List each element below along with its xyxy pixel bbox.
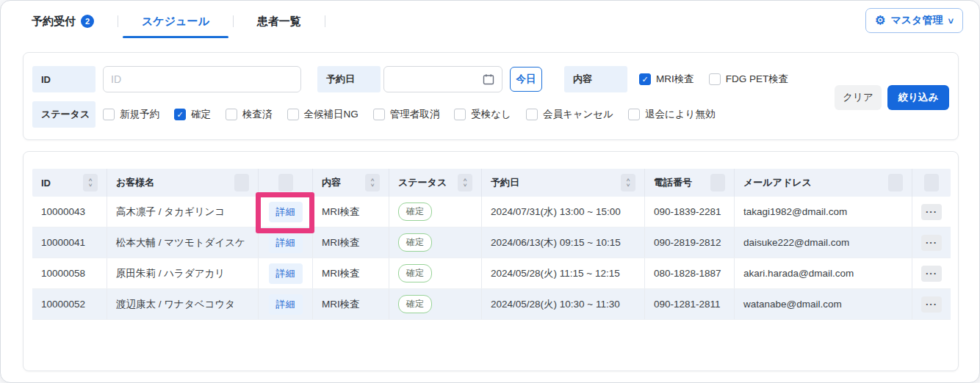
sort-icon[interactable]: ˄ ˅ — [621, 174, 635, 192]
cell-reservation-date: 2024/06/13(木) 09:15 ~ 10:15 — [482, 227, 645, 258]
column-header: ステータス ˄ ˅ — [389, 169, 482, 197]
master-management-button[interactable]: ⚙ マスタ管理 ˅ — [865, 8, 963, 33]
tab-patient-list[interactable]: 患者一覧 — [238, 4, 320, 38]
checkbox-icon — [226, 109, 237, 120]
table-row[interactable]: 10000058 原田朱莉 / ハラダアカリ 詳細 MRI検査 確定 2024/… — [32, 258, 951, 289]
detail-button[interactable]: 詳細 — [269, 233, 303, 253]
cell-detail: 詳細 — [259, 197, 313, 227]
apply-filter-button[interactable]: 絞り込み — [887, 85, 949, 110]
filter-checkbox[interactable]: 確定 — [174, 108, 211, 121]
table-row[interactable]: 10000043 高木凛子 / タカギリンコ 詳細 MRI検査 確定 2024/… — [32, 197, 951, 227]
sort-icon[interactable]: ˄ ˅ — [365, 174, 380, 192]
tab-schedule[interactable]: スケジュール — [123, 4, 228, 38]
checkbox-label: 管理者取消 — [390, 108, 440, 121]
filter-checkbox[interactable]: 新規予約 — [103, 108, 159, 121]
filter-checkbox[interactable]: 受検なし — [454, 108, 511, 121]
reservation-date-input[interactable] — [383, 66, 502, 92]
column-header — [912, 169, 951, 197]
checkbox-label: 全候補日NG — [304, 108, 359, 121]
id-filter-input[interactable] — [103, 66, 301, 92]
status-checkbox-group: 新規予約 確定 検査済 全候補日NG 管理者取消 受検なし 会員キャンセル 退会… — [103, 101, 715, 128]
cell-content: MRI検査 — [313, 289, 389, 319]
filter-checkbox[interactable]: 退会により無効 — [628, 108, 715, 121]
tab-reservation-intake[interactable]: 予約受付 2 — [32, 4, 113, 38]
today-button[interactable]: 今日 — [510, 67, 542, 92]
cell-status: 確定 — [389, 258, 482, 288]
cell-detail: 詳細 — [259, 227, 313, 258]
gear-icon: ⚙ — [875, 15, 885, 26]
filter-checkbox[interactable]: 検査済 — [226, 108, 273, 121]
cell-phone: 080-1828-1887 — [645, 258, 735, 288]
column-header: お客様名 — [107, 169, 259, 197]
checkbox-label: 新規予約 — [120, 108, 159, 121]
cell-email: watanabe@dmail.com — [735, 289, 912, 319]
cell-id: 10000058 — [32, 258, 107, 288]
checkbox-label: 受検なし — [471, 108, 511, 121]
sort-down-icon: ˅ — [627, 183, 630, 188]
detail-button[interactable]: 詳細 — [269, 294, 303, 315]
detail-button[interactable]: 詳細 — [269, 263, 303, 284]
cell-status: 確定 — [389, 289, 482, 319]
sort-icon[interactable] — [710, 174, 725, 192]
column-header-label: メールアドレス — [743, 176, 812, 189]
cell-email: daisuke222@dmail.com — [735, 227, 912, 258]
column-header — [259, 169, 313, 197]
sort-icon[interactable] — [888, 174, 903, 192]
cell-customer-name: 高木凛子 / タカギリンコ — [107, 197, 259, 227]
ellipsis-icon: ··· — [926, 206, 937, 217]
more-actions-button[interactable]: ··· — [921, 266, 942, 282]
cell-status: 確定 — [389, 197, 482, 227]
cell-reservation-date: 2024/05/28(火) 10:30 ~ 11:30 — [482, 289, 645, 319]
cell-actions: ··· — [912, 227, 951, 258]
app-window: 予約受付 2 スケジュール 患者一覧 ⚙ マスタ管理 ˅ ID 予約日 — [0, 0, 980, 383]
checkbox-icon — [373, 109, 385, 120]
nav-divider — [325, 15, 325, 27]
cell-customer-name: 原田朱莉 / ハラダアカリ — [107, 258, 259, 288]
column-header-label: ID — [41, 178, 51, 189]
filter-checkbox[interactable]: 管理者取消 — [373, 108, 440, 121]
cell-reservation-date: 2024/07/31(水) 13:00 ~ 15:00 — [482, 197, 645, 227]
cell-customer-name: 松本大輔 / マツモトダイスケ — [107, 227, 259, 258]
sort-down-icon: ˅ — [371, 183, 375, 188]
nav-divider — [233, 15, 234, 27]
cell-phone: 090-2819-2812 — [645, 227, 735, 258]
cell-reservation-date: 2024/05/28(火) 11:15 ~ 12:15 — [482, 258, 645, 288]
table-body: 10000043 高木凛子 / タカギリンコ 詳細 MRI検査 確定 2024/… — [32, 197, 951, 320]
more-actions-button[interactable]: ··· — [921, 204, 942, 220]
cell-content: MRI検査 — [313, 197, 389, 227]
tab-label: スケジュール — [142, 15, 209, 29]
table-row[interactable]: 10000052 渡辺康太 / ワナタベコウタ 詳細 MRI検査 確定 2024… — [32, 289, 951, 320]
checkbox-icon — [628, 109, 640, 120]
sort-icon[interactable] — [234, 174, 249, 192]
detail-button[interactable]: 詳細 — [269, 202, 303, 222]
tab-label: 患者一覧 — [257, 15, 301, 29]
filter-checkbox[interactable]: 全候補日NG — [287, 108, 359, 121]
checkbox-label: 検査済 — [242, 108, 273, 121]
ellipsis-icon: ··· — [926, 237, 937, 248]
more-actions-button[interactable]: ··· — [921, 296, 942, 313]
cell-email: takagi1982@dmail.com — [735, 197, 912, 227]
column-header-label: 内容 — [322, 176, 341, 189]
table-row[interactable]: 10000041 松本大輔 / マツモトダイスケ 詳細 MRI検査 確定 202… — [32, 227, 951, 258]
more-actions-button[interactable]: ··· — [921, 235, 942, 251]
status-badge: 確定 — [398, 203, 432, 221]
sort-icon[interactable]: ˄ ˅ — [83, 174, 98, 192]
cell-content: MRI検査 — [313, 258, 389, 288]
cell-email: akari.harada@dmail.com — [735, 258, 912, 288]
clear-button[interactable]: クリア — [835, 85, 882, 110]
filter-checkbox[interactable]: MRI検査 — [639, 73, 694, 86]
cell-actions: ··· — [912, 258, 951, 288]
sort-icon[interactable] — [278, 174, 293, 192]
content-filter-label: 内容 — [564, 66, 627, 92]
ellipsis-icon: ··· — [926, 299, 937, 310]
column-header: メールアドレス — [735, 169, 912, 197]
filter-checkbox[interactable]: FDG PET検査 — [709, 73, 789, 86]
filter-checkbox[interactable]: 会員キャンセル — [526, 108, 613, 121]
checkbox-icon — [454, 109, 466, 120]
sort-icon[interactable]: ˄ ˅ — [458, 174, 472, 192]
cell-content: MRI検査 — [313, 227, 389, 258]
notification-badge: 2 — [81, 15, 94, 28]
master-management-label: マスタ管理 — [890, 14, 943, 27]
checkbox-icon — [287, 109, 299, 120]
sort-icon[interactable] — [924, 174, 939, 192]
